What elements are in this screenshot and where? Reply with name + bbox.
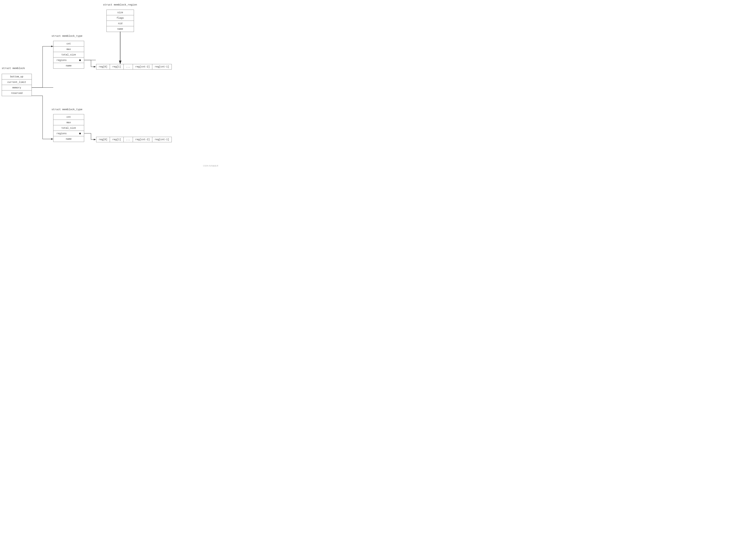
reg-top-ellipsis: ... bbox=[124, 64, 133, 70]
reg-bot-1: reg[1] bbox=[110, 137, 123, 142]
dot-bottom-regions bbox=[79, 133, 81, 134]
reg-array-bottom: reg[0] reg[1] ... reg[cnt-2] reg[cnt-1] bbox=[96, 137, 172, 142]
mbt-bot-field-name: name bbox=[53, 136, 84, 142]
mbt-top-field-cnt: cnt bbox=[53, 41, 84, 47]
mbt-bot-field-cnt: cnt bbox=[53, 114, 84, 120]
mbt-bot-field-regions: regions bbox=[53, 131, 84, 136]
struct-memblock-box: bottom_up current_limit memory reserved bbox=[2, 74, 32, 96]
mbr-field-flags: flags bbox=[107, 15, 134, 21]
reg-top-1: reg[1] bbox=[110, 64, 123, 70]
mbt-top-field-total_size: total_size bbox=[53, 52, 84, 57]
reg-top-0: reg[0] bbox=[96, 64, 110, 70]
reg-top-cnt2: reg[cnt-2] bbox=[133, 64, 152, 70]
reg-bot-0: reg[0] bbox=[96, 137, 110, 142]
mbt-bot-field-max: max bbox=[53, 120, 84, 125]
diagram-container: struct memblock bottom_up current_limit … bbox=[0, 0, 220, 168]
label-struct-memblock-type-top: struct memblock_type bbox=[51, 35, 82, 38]
mbt-top-field-regions: regions bbox=[53, 57, 84, 63]
label-struct-memblock: struct memblock bbox=[2, 67, 25, 70]
reg-array-top: reg[0] reg[1] ... reg[cnt-2] reg[cnt-1] bbox=[96, 64, 172, 70]
memblock-field-bottom_up: bottom_up bbox=[2, 74, 32, 79]
memblock-field-reserved: reserved bbox=[2, 90, 32, 96]
label-struct-memblock-region: struct memblock_region bbox=[103, 3, 137, 6]
watermark: CSDN-专内核技术 bbox=[203, 165, 218, 167]
reg-bot-ellipsis: ... bbox=[124, 137, 133, 142]
reg-bot-cnt2: reg[cnt-2] bbox=[133, 137, 152, 142]
struct-memblock-type-bottom-box: cnt max total_size regions name bbox=[53, 114, 84, 142]
mbr-field-nid: nid bbox=[107, 21, 134, 26]
dot-top-regions bbox=[79, 59, 81, 61]
struct-memblock-type-top-box: cnt max total_size regions name bbox=[53, 41, 84, 69]
reg-top-cnt1: reg[cnt-1] bbox=[152, 64, 172, 70]
mbr-field-name: name bbox=[107, 26, 134, 32]
memblock-field-memory: memory bbox=[2, 85, 32, 90]
reg-bot-cnt1: reg[cnt-1] bbox=[152, 137, 172, 142]
mbt-bot-field-total_size: total_size bbox=[53, 125, 84, 131]
mbt-top-field-name: name bbox=[53, 63, 84, 68]
mbr-field-size: size bbox=[107, 10, 134, 15]
mbt-top-field-max: max bbox=[53, 47, 84, 52]
label-struct-memblock-type-bottom: struct memblock_type bbox=[51, 108, 82, 111]
memblock-field-current_limit: current_limit bbox=[2, 79, 32, 85]
struct-memblock-region-box: size flags nid name bbox=[106, 10, 134, 32]
